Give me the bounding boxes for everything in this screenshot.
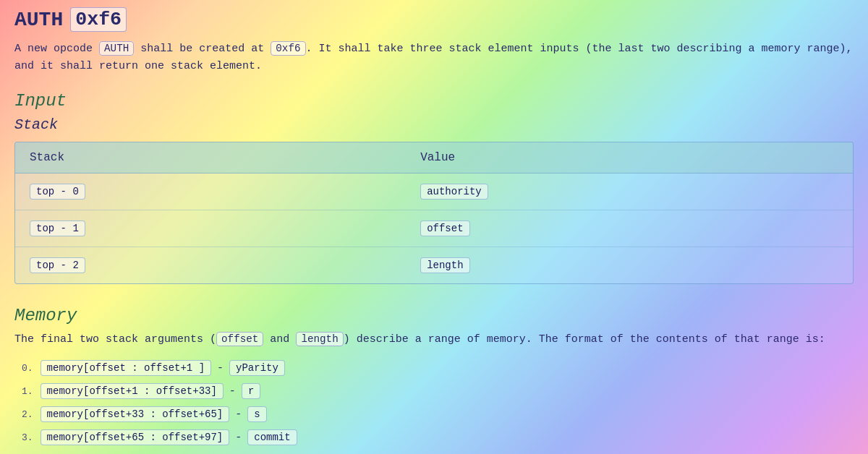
stack-value: top - 0 [30, 184, 85, 200]
list-item: memory[offset+33 : offset+65] - s [22, 406, 854, 422]
memory-section-title: Memory [14, 306, 854, 325]
col-value: Value [406, 142, 853, 174]
desc-auth-code: AUTH [99, 41, 134, 56]
col-stack: Stack [15, 142, 406, 174]
table-header-row: Stack Value [15, 142, 853, 174]
mem-code: memory[offset : offset+1 ] [41, 360, 211, 376]
mem-result: r [242, 383, 260, 399]
mem-arrow: - [235, 432, 242, 444]
mem-result: s [247, 406, 266, 422]
mem-arrow: - [229, 385, 236, 398]
value-text: authority [420, 184, 488, 200]
stack-subtitle: Stack [14, 116, 854, 133]
value-cell: length [406, 247, 853, 284]
value-text: length [420, 257, 469, 273]
mem-arrow: - [217, 362, 224, 374]
stack-value: top - 1 [30, 220, 85, 236]
input-section-title: Input [14, 91, 854, 111]
page-description: A new opcode AUTH shall be created at 0x… [14, 40, 854, 75]
value-cell: authority [406, 174, 853, 210]
memory-description: The final two stack arguments (offset an… [14, 331, 854, 348]
opcode-badge: 0xf6 [70, 7, 127, 32]
stack-table-container: Stack Value top - 0authoritytop - 1offse… [14, 142, 854, 284]
mem-desc-offset: offset [216, 332, 263, 346]
stack-value: top - 2 [30, 257, 85, 273]
page-title: AUTH 0xf6 [14, 7, 854, 32]
mem-desc-length: length [296, 332, 343, 346]
stack-cell: top - 1 [15, 210, 406, 247]
title-text: AUTH [14, 9, 63, 31]
list-item: memory[offset+65 : offset+97] - commit [22, 429, 854, 445]
stack-cell: top - 0 [15, 174, 406, 210]
value-cell: offset [406, 210, 853, 247]
list-item: memory[offset+1 : offset+33] - r [22, 383, 854, 399]
table-row: top - 1offset [15, 210, 853, 247]
memory-section: Memory The final two stack arguments (of… [14, 306, 854, 445]
table-row: top - 0authority [15, 174, 853, 210]
mem-result: commit [247, 429, 297, 445]
memory-list: memory[offset : offset+1 ] - yParitymemo… [14, 360, 854, 445]
mem-result: yParity [229, 360, 285, 376]
mem-code: memory[offset+65 : offset+97] [41, 429, 230, 445]
stack-cell: top - 2 [15, 247, 406, 284]
list-item: memory[offset : offset+1 ] - yParity [22, 360, 854, 376]
stack-table: Stack Value top - 0authoritytop - 1offse… [15, 142, 853, 283]
mem-code: memory[offset+1 : offset+33] [41, 383, 224, 399]
table-row: top - 2length [15, 247, 853, 284]
mem-arrow: - [235, 408, 242, 421]
value-text: offset [420, 220, 469, 236]
desc-opcode-value: 0xf6 [271, 41, 305, 56]
mem-code: memory[offset+33 : offset+65] [41, 406, 230, 422]
